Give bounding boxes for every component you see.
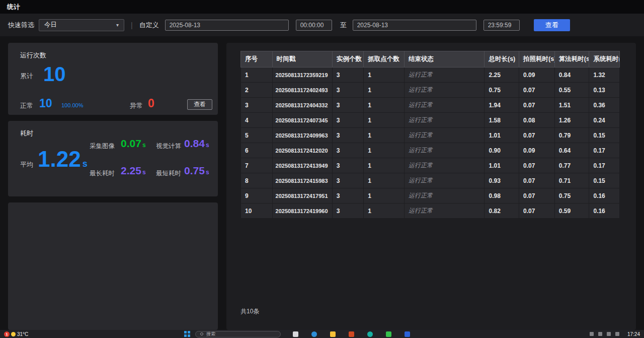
cell-total-duration: 1.01	[485, 128, 519, 143]
store-icon[interactable]	[367, 331, 373, 337]
wechat-icon[interactable]	[386, 331, 391, 337]
cell-timestamp: 20250813172359219	[272, 67, 332, 83]
column-header[interactable]: 结束状态	[405, 51, 485, 67]
cell-index: 6	[241, 143, 273, 158]
notification-badge: 1	[4, 331, 10, 337]
cell-photo-time: 0.09	[519, 143, 555, 158]
to-label: 至	[340, 21, 347, 30]
column-header[interactable]: 拍照耗时(s)	[519, 51, 555, 67]
start-date-input[interactable]	[165, 20, 289, 31]
cell-photo-time: 0.07	[519, 98, 555, 113]
cell-system-time: 0.15	[589, 173, 620, 188]
weather-widget[interactable]: 1 31°C	[4, 331, 28, 337]
table-row[interactable]: 82025081317241598331运行正常0.930.070.710.15	[241, 173, 620, 188]
cell-instances: 3	[332, 83, 364, 98]
table-row[interactable]: 92025081317241795131运行正常0.980.070.750.16	[241, 188, 620, 204]
cell-status: 运行正常	[405, 188, 485, 204]
network-icon[interactable]	[598, 332, 602, 336]
column-header[interactable]: 实例个数	[332, 51, 364, 67]
cell-algo-time: 1.51	[554, 98, 589, 113]
table-row[interactable]: 62025081317241202031运行正常0.900.090.640.17	[241, 143, 620, 158]
stats-table: 序号时间戳实例个数抓取点个数结束状态总时长(s)拍照耗时(s)算法耗时(s)系统…	[240, 51, 620, 219]
table-row[interactable]: 102025081317241996031运行正常0.820.070.590.1…	[241, 204, 620, 219]
cell-total-duration: 0.75	[485, 83, 519, 98]
cell-grab-points: 1	[364, 143, 405, 158]
end-date-input[interactable]	[353, 20, 476, 31]
ime-icon[interactable]	[615, 332, 619, 336]
table-row[interactable]: 32025081317240433231运行正常1.940.071.510.36	[241, 98, 620, 113]
column-header[interactable]: 时间戳	[272, 51, 332, 67]
column-header[interactable]: 抓取点个数	[364, 51, 405, 67]
search-placeholder: 搜索	[206, 331, 215, 337]
table-row[interactable]: 72025081317241394931运行正常1.010.070.770.17	[241, 158, 620, 173]
filter-bar: 快速筛选 今日 ▾ | 自定义 至 查看	[0, 14, 644, 36]
cell-timestamp: 20250813172419960	[272, 204, 332, 219]
cell-total-duration: 0.98	[485, 188, 519, 204]
column-header[interactable]: 算法耗时(s)	[554, 51, 589, 67]
vision-compute-value: 0.84s	[184, 138, 209, 149]
folder-icon[interactable]	[330, 331, 336, 337]
cell-index: 3	[241, 98, 273, 113]
cell-photo-time: 0.07	[519, 158, 555, 173]
table-header-row: 序号时间戳实例个数抓取点个数结束状态总时长(s)拍照耗时(s)算法耗时(s)系统…	[241, 51, 620, 67]
vision-compute-label: 视觉计算	[156, 142, 181, 151]
cell-system-time: 0.24	[589, 113, 620, 128]
mail-icon[interactable]	[293, 331, 298, 337]
max-time-value: 2.25s	[121, 165, 146, 176]
cell-timestamp: 20250813172417951	[272, 188, 332, 204]
empty-panel-card	[8, 202, 218, 330]
cell-algo-time: 0.55	[554, 83, 589, 98]
cell-total-duration: 1.58	[485, 113, 519, 128]
powerpoint-icon[interactable]	[349, 331, 354, 337]
records-panel: 序号时间戳实例个数抓取点个数结束状态总时长(s)拍照耗时(s)算法耗时(s)系统…	[226, 43, 636, 330]
view-button[interactable]: 查看	[534, 19, 570, 31]
column-header[interactable]: 系统耗时(s)	[589, 51, 620, 67]
hidden-icons-icon[interactable]	[590, 332, 594, 336]
code-icon[interactable]	[405, 331, 410, 337]
run-view-button[interactable]: 查看	[187, 99, 212, 110]
taskbar: 1 31°C 搜索 17:24	[0, 330, 644, 338]
cell-grab-points: 1	[364, 128, 405, 143]
column-header[interactable]: 序号	[241, 51, 273, 67]
elapsed-time-title: 耗时	[20, 129, 33, 138]
cell-total-duration: 1.01	[485, 158, 519, 173]
cell-grab-points: 1	[364, 173, 405, 188]
quick-filter-select[interactable]: 今日 ▾	[39, 19, 124, 31]
cell-photo-time: 0.07	[519, 83, 555, 98]
cell-status: 运行正常	[405, 67, 485, 83]
cell-instances: 3	[332, 128, 364, 143]
cell-system-time: 0.17	[589, 143, 620, 158]
taskbar-search[interactable]: 搜索	[195, 331, 281, 337]
volume-icon[interactable]	[607, 332, 611, 336]
table-row[interactable]: 22025081317240249331运行正常0.750.070.550.13	[241, 83, 620, 98]
cell-index: 9	[241, 188, 273, 204]
table-row[interactable]: 52025081317240996331运行正常1.010.070.790.15	[241, 128, 620, 143]
cell-grab-points: 1	[364, 158, 405, 173]
table-row[interactable]: 12025081317235921931运行正常2.250.090.841.32	[241, 67, 620, 83]
cell-timestamp: 20250813172402493	[272, 83, 332, 98]
cell-instances: 3	[332, 143, 364, 158]
taskbar-clock[interactable]: 17:24	[627, 331, 640, 337]
cell-algo-time: 0.75	[554, 188, 589, 204]
cell-photo-time: 0.07	[519, 204, 555, 219]
end-time-input[interactable]	[484, 20, 520, 31]
cell-instances: 3	[332, 173, 364, 188]
table-row[interactable]: 42025081317240734531运行正常1.580.081.260.24	[241, 113, 620, 128]
average-label: 平均	[20, 160, 33, 169]
start-button[interactable]	[184, 331, 190, 337]
cell-system-time: 0.17	[589, 158, 620, 173]
table-body: 12025081317235921931运行正常2.250.090.841.32…	[241, 67, 620, 219]
total-label: 累计	[20, 72, 33, 81]
cell-status: 运行正常	[405, 83, 485, 98]
cell-total-duration: 0.90	[485, 143, 519, 158]
cell-timestamp: 20250813172415983	[272, 173, 332, 188]
cell-timestamp: 20250813172404332	[272, 98, 332, 113]
cell-total-duration: 2.25	[485, 67, 519, 83]
cell-index: 1	[241, 67, 273, 83]
edge-icon[interactable]	[311, 331, 317, 337]
column-header[interactable]: 总时长(s)	[485, 51, 519, 67]
cell-grab-points: 1	[364, 98, 405, 113]
cell-status: 运行正常	[405, 204, 485, 219]
start-time-input[interactable]	[296, 20, 332, 31]
cell-system-time: 0.36	[589, 98, 620, 113]
